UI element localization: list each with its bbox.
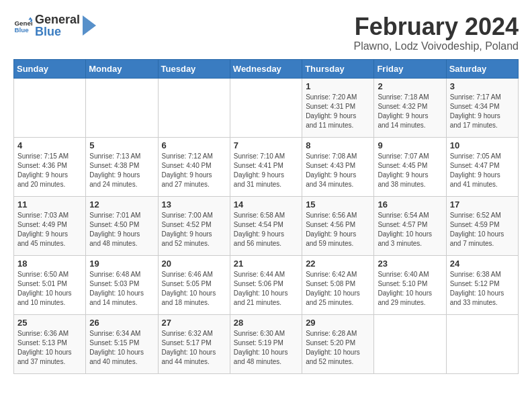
calendar-cell — [446, 314, 518, 373]
calendar-cell: 19Sunrise: 6:48 AM Sunset: 5:03 PM Dayli… — [86, 255, 158, 314]
svg-text:Blue: Blue — [14, 26, 29, 34]
calendar-cell: 7Sunrise: 7:10 AM Sunset: 4:41 PM Daylig… — [230, 137, 302, 196]
day-info: Sunrise: 7:08 AM Sunset: 4:43 PM Dayligh… — [306, 152, 370, 189]
day-number: 3 — [450, 81, 515, 91]
day-number: 22 — [306, 259, 370, 269]
logo-general-text: General — [35, 13, 80, 26]
calendar-cell: 3Sunrise: 7:17 AM Sunset: 4:34 PM Daylig… — [446, 78, 518, 137]
calendar-cell: 24Sunrise: 6:38 AM Sunset: 5:12 PM Dayli… — [446, 255, 518, 314]
day-info: Sunrise: 6:54 AM Sunset: 4:57 PM Dayligh… — [378, 211, 442, 248]
day-info: Sunrise: 7:05 AM Sunset: 4:47 PM Dayligh… — [450, 152, 515, 189]
day-info: Sunrise: 6:58 AM Sunset: 4:54 PM Dayligh… — [234, 211, 298, 248]
day-number: 26 — [89, 318, 154, 328]
day-info: Sunrise: 7:07 AM Sunset: 4:45 PM Dayligh… — [378, 152, 442, 189]
day-number: 8 — [306, 140, 370, 150]
svg-marker-2 — [28, 17, 32, 19]
day-info: Sunrise: 6:40 AM Sunset: 5:10 PM Dayligh… — [378, 270, 442, 308]
calendar-week-row: 4Sunrise: 7:15 AM Sunset: 4:36 PM Daylig… — [14, 137, 519, 196]
day-number: 2 — [378, 81, 442, 91]
calendar-cell: 28Sunrise: 6:30 AM Sunset: 5:19 PM Dayli… — [230, 314, 302, 373]
calendar-cell: 23Sunrise: 6:40 AM Sunset: 5:10 PM Dayli… — [374, 255, 446, 314]
calendar-cell — [158, 78, 230, 137]
calendar-cell: 10Sunrise: 7:05 AM Sunset: 4:47 PM Dayli… — [446, 137, 518, 196]
calendar-cell: 17Sunrise: 6:52 AM Sunset: 4:59 PM Dayli… — [446, 196, 518, 255]
day-info: Sunrise: 7:20 AM Sunset: 4:31 PM Dayligh… — [306, 93, 370, 130]
calendar-week-row: 25Sunrise: 6:36 AM Sunset: 5:13 PM Dayli… — [14, 314, 519, 373]
day-info: Sunrise: 6:48 AM Sunset: 5:03 PM Dayligh… — [89, 270, 154, 308]
calendar-cell — [14, 78, 86, 137]
logo-arrow-icon — [83, 15, 96, 36]
svg-marker-4 — [83, 15, 96, 36]
calendar-cell: 14Sunrise: 6:58 AM Sunset: 4:54 PM Dayli… — [230, 196, 302, 255]
day-number: 13 — [162, 199, 226, 210]
day-info: Sunrise: 7:15 AM Sunset: 4:36 PM Dayligh… — [17, 152, 82, 189]
day-number: 4 — [17, 140, 82, 150]
weekday-header: Wednesday — [230, 59, 302, 78]
day-number: 5 — [89, 140, 154, 150]
calendar-cell: 18Sunrise: 6:50 AM Sunset: 5:01 PM Dayli… — [14, 255, 86, 314]
calendar-cell: 2Sunrise: 7:18 AM Sunset: 4:32 PM Daylig… — [374, 78, 446, 137]
calendar-cell: 9Sunrise: 7:07 AM Sunset: 4:45 PM Daylig… — [374, 137, 446, 196]
day-number: 23 — [378, 259, 442, 269]
calendar-cell: 20Sunrise: 6:46 AM Sunset: 5:05 PM Dayli… — [158, 255, 230, 314]
day-number: 12 — [89, 199, 154, 210]
calendar-cell: 4Sunrise: 7:15 AM Sunset: 4:36 PM Daylig… — [14, 137, 86, 196]
day-number: 25 — [17, 318, 82, 328]
calendar-cell: 11Sunrise: 7:03 AM Sunset: 4:49 PM Dayli… — [14, 196, 86, 255]
day-info: Sunrise: 7:10 AM Sunset: 4:41 PM Dayligh… — [234, 152, 298, 189]
calendar-cell: 29Sunrise: 6:28 AM Sunset: 5:20 PM Dayli… — [302, 314, 374, 373]
day-info: Sunrise: 6:42 AM Sunset: 5:08 PM Dayligh… — [306, 270, 370, 308]
day-number: 14 — [234, 199, 298, 210]
day-number: 1 — [306, 81, 370, 91]
day-info: Sunrise: 6:50 AM Sunset: 5:01 PM Dayligh… — [17, 270, 82, 308]
calendar-cell: 15Sunrise: 6:56 AM Sunset: 4:56 PM Dayli… — [302, 196, 374, 255]
day-info: Sunrise: 6:38 AM Sunset: 5:12 PM Dayligh… — [450, 270, 515, 308]
calendar-cell: 6Sunrise: 7:12 AM Sunset: 4:40 PM Daylig… — [158, 137, 230, 196]
day-number: 29 — [306, 318, 370, 328]
day-number: 18 — [17, 259, 82, 269]
logo-icon: General Blue — [13, 16, 32, 35]
day-info: Sunrise: 6:28 AM Sunset: 5:20 PM Dayligh… — [306, 329, 370, 367]
day-number: 28 — [234, 318, 298, 328]
day-number: 10 — [450, 140, 515, 150]
calendar-cell: 12Sunrise: 7:01 AM Sunset: 4:50 PM Dayli… — [86, 196, 158, 255]
calendar-week-row: 11Sunrise: 7:03 AM Sunset: 4:49 PM Dayli… — [14, 196, 519, 255]
day-info: Sunrise: 7:18 AM Sunset: 4:32 PM Dayligh… — [378, 93, 442, 130]
calendar-cell: 5Sunrise: 7:13 AM Sunset: 4:38 PM Daylig… — [86, 137, 158, 196]
day-info: Sunrise: 6:46 AM Sunset: 5:05 PM Dayligh… — [162, 270, 226, 308]
weekday-header: Tuesday — [158, 59, 230, 78]
logo-blue-text: Blue — [35, 26, 80, 38]
day-number: 19 — [89, 259, 154, 269]
weekday-header: Thursday — [302, 59, 374, 78]
day-number: 16 — [378, 199, 442, 210]
calendar-cell: 1Sunrise: 7:20 AM Sunset: 4:31 PM Daylig… — [302, 78, 374, 137]
calendar-cell — [374, 314, 446, 373]
day-number: 21 — [234, 259, 298, 269]
day-info: Sunrise: 7:12 AM Sunset: 4:40 PM Dayligh… — [162, 152, 226, 189]
calendar-cell: 25Sunrise: 6:36 AM Sunset: 5:13 PM Dayli… — [14, 314, 86, 373]
location-subtitle: Plawno, Lodz Voivodeship, Poland — [353, 40, 519, 52]
calendar-cell: 16Sunrise: 6:54 AM Sunset: 4:57 PM Dayli… — [374, 196, 446, 255]
calendar-cell — [86, 78, 158, 137]
calendar-cell: 8Sunrise: 7:08 AM Sunset: 4:43 PM Daylig… — [302, 137, 374, 196]
month-title: February 2024 — [353, 13, 519, 40]
day-info: Sunrise: 6:44 AM Sunset: 5:06 PM Dayligh… — [234, 270, 298, 308]
day-info: Sunrise: 6:30 AM Sunset: 5:19 PM Dayligh… — [234, 329, 298, 367]
title-section: February 2024 Plawno, Lodz Voivodeship, … — [353, 13, 519, 52]
day-number: 9 — [378, 140, 442, 150]
day-info: Sunrise: 6:36 AM Sunset: 5:13 PM Dayligh… — [17, 329, 82, 367]
day-info: Sunrise: 6:52 AM Sunset: 4:59 PM Dayligh… — [450, 211, 515, 248]
day-number: 27 — [162, 318, 226, 328]
calendar-cell: 22Sunrise: 6:42 AM Sunset: 5:08 PM Dayli… — [302, 255, 374, 314]
calendar-week-row: 18Sunrise: 6:50 AM Sunset: 5:01 PM Dayli… — [14, 255, 519, 314]
calendar-cell: 13Sunrise: 7:00 AM Sunset: 4:52 PM Dayli… — [158, 196, 230, 255]
day-number: 17 — [450, 199, 515, 210]
calendar-cell: 27Sunrise: 6:32 AM Sunset: 5:17 PM Dayli… — [158, 314, 230, 373]
day-info: Sunrise: 7:01 AM Sunset: 4:50 PM Dayligh… — [89, 211, 154, 248]
weekday-header: Saturday — [446, 59, 518, 78]
weekday-header: Monday — [86, 59, 158, 78]
day-number: 15 — [306, 199, 370, 210]
calendar-table: SundayMondayTuesdayWednesdayThursdayFrid… — [13, 59, 519, 374]
calendar-cell: 26Sunrise: 6:34 AM Sunset: 5:15 PM Dayli… — [86, 314, 158, 373]
day-info: Sunrise: 7:17 AM Sunset: 4:34 PM Dayligh… — [450, 93, 515, 130]
